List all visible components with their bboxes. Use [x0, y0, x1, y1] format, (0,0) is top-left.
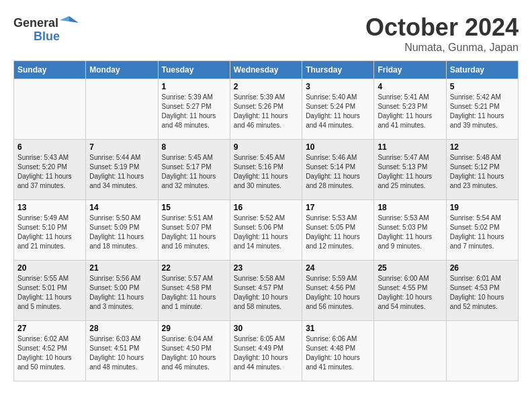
calendar-cell: 6Sunrise: 5:43 AM Sunset: 5:20 PM Daylig… — [14, 140, 86, 200]
calendar-cell: 3Sunrise: 5:40 AM Sunset: 5:24 PM Daylig… — [302, 79, 374, 140]
day-number: 12 — [450, 142, 515, 152]
day-number: 5 — [450, 82, 515, 91]
day-info: Sunrise: 5:39 AM Sunset: 5:27 PM Dayligh… — [162, 93, 226, 130]
calendar-cell — [446, 321, 518, 381]
day-of-week-header: Monday — [86, 61, 158, 79]
calendar-cell: 18Sunrise: 5:53 AM Sunset: 5:03 PM Dayli… — [374, 200, 446, 261]
calendar-cell: 12Sunrise: 5:48 AM Sunset: 5:12 PM Dayli… — [446, 140, 518, 200]
day-info: Sunrise: 5:53 AM Sunset: 5:03 PM Dayligh… — [378, 214, 442, 251]
calendar-cell: 25Sunrise: 6:00 AM Sunset: 4:55 PM Dayli… — [374, 261, 446, 321]
day-number: 16 — [234, 203, 298, 212]
day-number: 11 — [378, 142, 442, 152]
calendar-cell: 1Sunrise: 5:39 AM Sunset: 5:27 PM Daylig… — [158, 79, 230, 140]
page-header: General Blue October 2024 Numata, Gunma,… — [13, 13, 519, 54]
day-info: Sunrise: 5:44 AM Sunset: 5:19 PM Dayligh… — [89, 153, 154, 191]
day-of-week-header: Wednesday — [230, 61, 302, 79]
calendar-cell — [14, 79, 86, 140]
day-info: Sunrise: 5:56 AM Sunset: 5:00 PM Dayligh… — [89, 274, 154, 312]
calendar-week-row: 27Sunrise: 6:02 AM Sunset: 4:52 PM Dayli… — [14, 321, 519, 381]
calendar-cell: 21Sunrise: 5:56 AM Sunset: 5:00 PM Dayli… — [86, 261, 158, 321]
day-number: 25 — [378, 263, 442, 273]
svg-marker-1 — [60, 16, 69, 21]
day-info: Sunrise: 5:40 AM Sunset: 5:24 PM Dayligh… — [306, 93, 370, 130]
day-info: Sunrise: 6:02 AM Sunset: 4:52 PM Dayligh… — [17, 334, 82, 372]
month-title: October 2024 — [365, 13, 519, 42]
logo-bird-icon — [60, 13, 79, 32]
day-number: 15 — [162, 203, 226, 212]
calendar-cell: 22Sunrise: 5:57 AM Sunset: 4:58 PM Dayli… — [158, 261, 230, 321]
day-info: Sunrise: 5:47 AM Sunset: 5:13 PM Dayligh… — [378, 153, 442, 191]
day-number: 26 — [450, 263, 515, 273]
day-number: 6 — [17, 142, 82, 152]
calendar-cell: 27Sunrise: 6:02 AM Sunset: 4:52 PM Dayli… — [14, 321, 86, 381]
location-title: Numata, Gunma, Japan — [365, 42, 519, 54]
day-number: 31 — [306, 324, 370, 333]
day-number: 22 — [162, 263, 226, 273]
day-info: Sunrise: 5:41 AM Sunset: 5:23 PM Dayligh… — [378, 93, 442, 130]
calendar-cell: 29Sunrise: 6:04 AM Sunset: 4:50 PM Dayli… — [158, 321, 230, 381]
day-of-week-header: Tuesday — [158, 61, 230, 79]
day-info: Sunrise: 5:54 AM Sunset: 5:02 PM Dayligh… — [450, 214, 515, 251]
calendar-week-row: 1Sunrise: 5:39 AM Sunset: 5:27 PM Daylig… — [14, 79, 519, 140]
logo-blue-text: Blue — [34, 30, 60, 44]
day-of-week-header: Thursday — [302, 61, 374, 79]
day-info: Sunrise: 5:46 AM Sunset: 5:14 PM Dayligh… — [306, 153, 370, 191]
day-of-week-header: Friday — [374, 61, 446, 79]
calendar-cell — [374, 321, 446, 381]
day-number: 27 — [17, 324, 82, 333]
day-info: Sunrise: 5:52 AM Sunset: 5:06 PM Dayligh… — [234, 214, 298, 251]
day-info: Sunrise: 6:06 AM Sunset: 4:48 PM Dayligh… — [306, 334, 370, 372]
day-number: 1 — [162, 82, 226, 91]
day-number: 30 — [234, 324, 298, 333]
day-number: 23 — [234, 263, 298, 273]
day-number: 20 — [17, 263, 82, 273]
day-number: 24 — [306, 263, 370, 273]
calendar-cell: 16Sunrise: 5:52 AM Sunset: 5:06 PM Dayli… — [230, 200, 302, 261]
day-number: 14 — [89, 203, 154, 212]
day-of-week-header: Sunday — [14, 61, 86, 79]
svg-marker-0 — [69, 16, 79, 23]
calendar-cell — [86, 79, 158, 140]
day-info: Sunrise: 6:03 AM Sunset: 4:51 PM Dayligh… — [89, 334, 154, 372]
calendar-cell: 23Sunrise: 5:58 AM Sunset: 4:57 PM Dayli… — [230, 261, 302, 321]
calendar-cell: 4Sunrise: 5:41 AM Sunset: 5:23 PM Daylig… — [374, 79, 446, 140]
logo-general-text: General — [13, 16, 58, 30]
day-info: Sunrise: 6:05 AM Sunset: 4:49 PM Dayligh… — [234, 334, 298, 372]
day-number: 19 — [450, 203, 515, 212]
day-number: 10 — [306, 142, 370, 152]
day-number: 7 — [89, 142, 154, 152]
day-info: Sunrise: 5:45 AM Sunset: 5:16 PM Dayligh… — [234, 153, 298, 191]
day-of-week-header: Saturday — [446, 61, 518, 79]
day-info: Sunrise: 5:45 AM Sunset: 5:17 PM Dayligh… — [162, 153, 226, 191]
day-number: 18 — [378, 203, 442, 212]
day-number: 28 — [89, 324, 154, 333]
calendar-week-row: 13Sunrise: 5:49 AM Sunset: 5:10 PM Dayli… — [14, 200, 519, 261]
calendar-cell: 15Sunrise: 5:51 AM Sunset: 5:07 PM Dayli… — [158, 200, 230, 261]
calendar-cell: 14Sunrise: 5:50 AM Sunset: 5:09 PM Dayli… — [86, 200, 158, 261]
day-info: Sunrise: 5:43 AM Sunset: 5:20 PM Dayligh… — [17, 153, 82, 191]
day-number: 4 — [378, 82, 442, 91]
day-info: Sunrise: 5:58 AM Sunset: 4:57 PM Dayligh… — [234, 274, 298, 312]
calendar-cell: 26Sunrise: 6:01 AM Sunset: 4:53 PM Dayli… — [446, 261, 518, 321]
calendar-cell: 13Sunrise: 5:49 AM Sunset: 5:10 PM Dayli… — [14, 200, 86, 261]
calendar-cell: 2Sunrise: 5:39 AM Sunset: 5:26 PM Daylig… — [230, 79, 302, 140]
day-info: Sunrise: 6:00 AM Sunset: 4:55 PM Dayligh… — [378, 274, 442, 312]
title-block: October 2024 Numata, Gunma, Japan — [365, 13, 519, 54]
calendar-cell: 30Sunrise: 6:05 AM Sunset: 4:49 PM Dayli… — [230, 321, 302, 381]
day-number: 3 — [306, 82, 370, 91]
day-number: 29 — [162, 324, 226, 333]
day-number: 2 — [234, 82, 298, 91]
calendar-cell: 9Sunrise: 5:45 AM Sunset: 5:16 PM Daylig… — [230, 140, 302, 200]
calendar-cell: 17Sunrise: 5:53 AM Sunset: 5:05 PM Dayli… — [302, 200, 374, 261]
calendar-cell: 10Sunrise: 5:46 AM Sunset: 5:14 PM Dayli… — [302, 140, 374, 200]
day-number: 8 — [162, 142, 226, 152]
day-info: Sunrise: 5:53 AM Sunset: 5:05 PM Dayligh… — [306, 214, 370, 251]
day-info: Sunrise: 5:59 AM Sunset: 4:56 PM Dayligh… — [306, 274, 370, 312]
calendar-cell: 20Sunrise: 5:55 AM Sunset: 5:01 PM Dayli… — [14, 261, 86, 321]
calendar-cell: 19Sunrise: 5:54 AM Sunset: 5:02 PM Dayli… — [446, 200, 518, 261]
calendar-cell: 7Sunrise: 5:44 AM Sunset: 5:19 PM Daylig… — [86, 140, 158, 200]
day-info: Sunrise: 5:55 AM Sunset: 5:01 PM Dayligh… — [17, 274, 82, 312]
day-number: 9 — [234, 142, 298, 152]
day-info: Sunrise: 5:42 AM Sunset: 5:21 PM Dayligh… — [450, 93, 515, 130]
day-info: Sunrise: 5:50 AM Sunset: 5:09 PM Dayligh… — [89, 214, 154, 251]
